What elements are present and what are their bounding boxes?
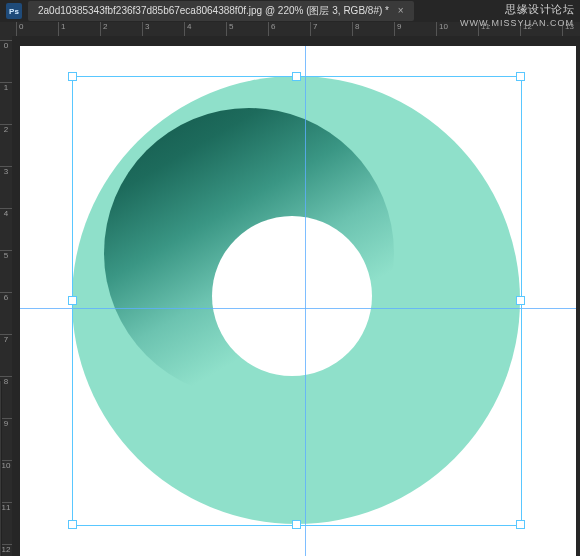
ruler-h-tick: 9 xyxy=(394,22,401,36)
ruler-h-tick: 6 xyxy=(268,22,275,36)
transform-handle[interactable] xyxy=(516,72,525,81)
watermark: 思缘设计论坛 WWW.MISSYUAN.COM xyxy=(460,2,574,28)
ruler-h-tick: 5 xyxy=(226,22,233,36)
document-canvas[interactable] xyxy=(20,46,576,556)
canvas-viewport[interactable] xyxy=(12,36,580,556)
transform-handle[interactable] xyxy=(292,520,301,529)
ruler-h-tick: 10 xyxy=(436,22,448,36)
ruler-h-tick: 0 xyxy=(16,22,23,36)
artwork-hole xyxy=(224,228,368,372)
ruler-v-tick: 4 xyxy=(0,208,12,218)
ruler-v-tick: 2 xyxy=(0,124,12,134)
guide-horizontal[interactable] xyxy=(20,308,576,309)
guide-vertical[interactable] xyxy=(305,46,306,556)
document-tab[interactable]: 2a0d10385343fbf236f37d85b67eca8064388f0f… xyxy=(28,1,414,21)
ruler-h-tick: 3 xyxy=(142,22,149,36)
transform-handle[interactable] xyxy=(516,296,525,305)
app-icon: Ps xyxy=(6,3,22,19)
ruler-h-tick: 2 xyxy=(100,22,107,36)
ruler-h-tick: 7 xyxy=(310,22,317,36)
transform-handle[interactable] xyxy=(68,520,77,529)
ruler-h-tick: 8 xyxy=(352,22,359,36)
panel-dock-stub xyxy=(0,380,2,556)
watermark-line1: 思缘设计论坛 xyxy=(460,2,574,17)
close-icon[interactable]: × xyxy=(398,5,404,16)
ruler-h-tick: 1 xyxy=(58,22,65,36)
ruler-v-tick: 3 xyxy=(0,166,12,176)
ruler-v-tick: 6 xyxy=(0,292,12,302)
transform-handle[interactable] xyxy=(292,72,301,81)
transform-handle[interactable] xyxy=(68,72,77,81)
ruler-v-tick: 5 xyxy=(0,250,12,260)
transform-handle[interactable] xyxy=(516,520,525,529)
document-title: 2a0d10385343fbf236f37d85b67eca8064388f0f… xyxy=(38,5,389,16)
ruler-v-tick: 1 xyxy=(0,82,12,92)
ruler-v-tick: 7 xyxy=(0,334,12,344)
document-tab-bar: Ps 2a0d10385343fbf236f37d85b67eca8064388… xyxy=(0,0,414,22)
ruler-v-tick: 0 xyxy=(0,40,12,50)
transform-handle[interactable] xyxy=(68,296,77,305)
ruler-h-tick: 4 xyxy=(184,22,191,36)
app-root: 思缘设计论坛 WWW.MISSYUAN.COM Ps 2a0d10385343f… xyxy=(0,0,580,556)
watermark-line2: WWW.MISSYUAN.COM xyxy=(460,18,574,28)
